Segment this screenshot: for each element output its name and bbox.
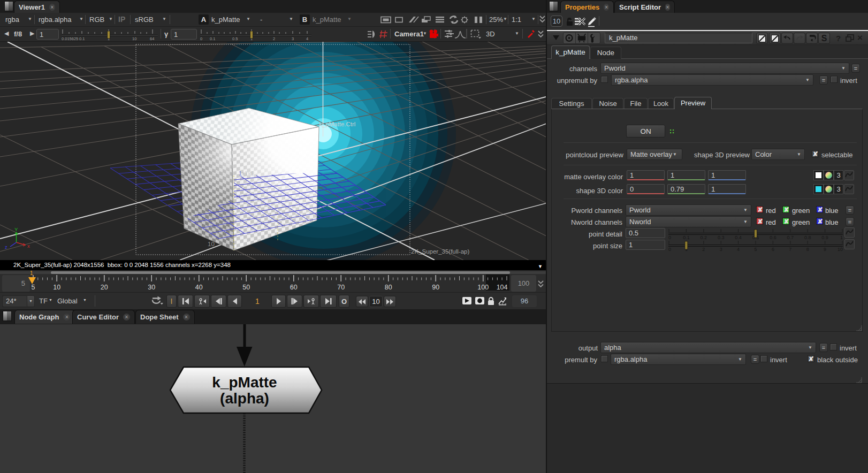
svg-text:0.9: 0.9 (821, 235, 828, 240)
svg-text:20: 20 (101, 284, 108, 291)
svg-text:50: 50 (242, 284, 250, 291)
svg-text:8: 8 (806, 247, 809, 251)
svg-text:0.3: 0.3 (718, 235, 725, 240)
svg-text:1x1x1: 1x1x1 (239, 170, 254, 177)
svg-text:2: 2 (702, 247, 705, 251)
svg-text:7: 7 (789, 247, 791, 251)
svg-text:0.1: 0.1 (210, 36, 215, 41)
svg-text:x: x (27, 243, 30, 249)
svg-text:0.8: 0.8 (804, 235, 811, 240)
svg-text:4: 4 (737, 247, 740, 251)
svg-text:64: 64 (150, 36, 154, 41)
svg-text:0.2: 0.2 (701, 235, 707, 240)
svg-text:80: 80 (385, 284, 392, 291)
svg-text:1: 1 (840, 235, 843, 240)
svg-text:104: 104 (497, 284, 508, 291)
svg-text:0.1: 0.1 (79, 36, 85, 41)
svg-text:10: 10 (132, 36, 136, 41)
svg-text:5: 5 (754, 247, 757, 251)
svg-text:0.7: 0.7 (787, 235, 794, 240)
svg-text:0.4: 0.4 (735, 235, 742, 240)
svg-text:0.6: 0.6 (770, 235, 776, 240)
svg-text:2: 2 (273, 36, 275, 41)
svg-text:6: 6 (772, 247, 774, 251)
svg-text:0: 0 (668, 247, 671, 251)
svg-text:Y: Y (14, 226, 18, 232)
svg-text:0.015625: 0.015625 (62, 36, 78, 41)
svg-text:2K_Super_35(full-ap): 2K_Super_35(full-ap) (411, 248, 469, 255)
svg-text:(alpha): (alpha) (220, 390, 269, 407)
svg-text:60: 60 (290, 284, 298, 291)
svg-text:30: 30 (148, 284, 155, 291)
svg-text:5: 5 (32, 284, 35, 291)
svg-text:10: 10 (837, 247, 843, 251)
svg-text:10: 10 (208, 241, 215, 247)
svg-text:3: 3 (720, 247, 722, 251)
svg-text:0: 0 (668, 235, 671, 240)
svg-text:0: 0 (200, 36, 202, 41)
svg-text:k_pMatte.Ctrl: k_pMatte.Ctrl (319, 121, 355, 127)
svg-text:1: 1 (30, 270, 33, 276)
svg-text:z: z (5, 244, 7, 250)
svg-text:10: 10 (53, 284, 60, 291)
svg-text:100: 100 (477, 284, 489, 291)
svg-text:3: 3 (292, 36, 294, 41)
svg-text:4: 4 (306, 36, 308, 41)
svg-text:0.5: 0.5 (232, 36, 238, 41)
svg-text:k_pMatte: k_pMatte (212, 374, 277, 391)
svg-text:0.1: 0.1 (683, 235, 690, 240)
svg-text:90: 90 (432, 284, 439, 291)
svg-text:70: 70 (337, 284, 345, 291)
svg-text:40: 40 (195, 284, 203, 291)
svg-text:9: 9 (824, 247, 826, 251)
